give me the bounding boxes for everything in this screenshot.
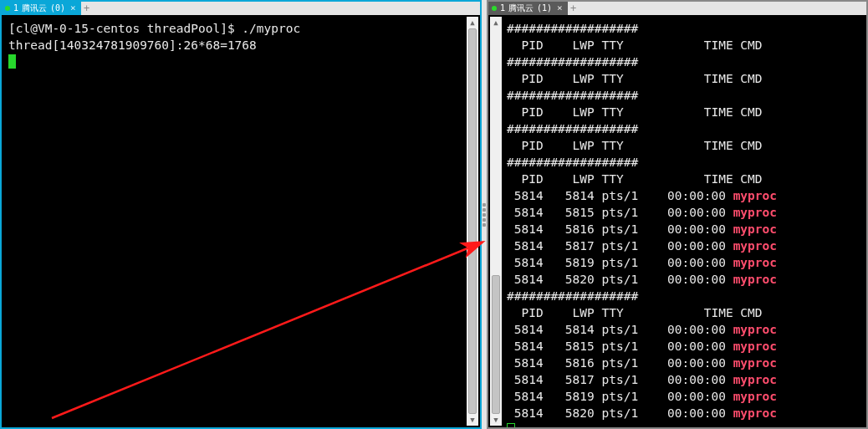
- pane-left: 1 腾讯云 (0) × + [cl@VM-0-15-centos threadP…: [0, 0, 482, 429]
- scroll-thumb-right[interactable]: [492, 275, 500, 414]
- tab-left-1[interactable]: 1 腾讯云 (0) ×: [2, 2, 81, 15]
- process-cmd: myproc: [733, 239, 777, 253]
- process-row: 5814 5820 pts/1 00:00:00 myproc: [507, 271, 860, 288]
- ps-header: PID LWP TTY TIME CMD: [507, 171, 860, 187]
- scroll-down-icon[interactable]: ▼: [467, 414, 478, 426]
- process-row: 5814 5815 pts/1 00:00:00 myproc: [507, 338, 860, 355]
- tab-suffix: (1): [537, 2, 552, 15]
- process-cmd: myproc: [733, 390, 777, 403]
- process-cmd: myproc: [733, 373, 777, 386]
- scroll-down-icon[interactable]: ▼: [490, 414, 502, 426]
- process-cmd: myproc: [733, 256, 777, 269]
- process-cols: 5814 5815 pts/1 00:00:00: [507, 340, 733, 353]
- new-tab-button-left[interactable]: +: [81, 2, 93, 15]
- scroll-thumb-left[interactable]: [468, 28, 477, 414]
- process-row: 5814 5816 pts/1 00:00:00 myproc: [507, 221, 860, 237]
- scroll-up-icon[interactable]: ▲: [490, 17, 502, 28]
- process-cols: 5814 5820 pts/1 00:00:00: [507, 406, 733, 420]
- process-row: 5814 5817 pts/1 00:00:00 myproc: [507, 237, 860, 254]
- cursor-icon: [8, 54, 16, 69]
- tab-suffix: (0): [50, 2, 65, 15]
- app-root: 1 腾讯云 (0) × + [cl@VM-0-15-centos threadP…: [0, 0, 868, 429]
- process-cols: 5814 5815 pts/1 00:00:00: [507, 206, 733, 219]
- terminal-line: thread[140324781909760]:26*68=1768: [8, 37, 473, 54]
- terminal-line: [cl@VM-0-15-centos threadPool]$ ./myproc: [8, 20, 473, 37]
- terminal-cursor-line: [507, 421, 860, 427]
- ps-header: PID LWP TTY TIME CMD: [507, 304, 860, 321]
- process-cmd: myproc: [733, 189, 777, 202]
- terminal-right[interactable]: ################## PID LWP TTY TIME CMD#…: [488, 15, 866, 427]
- process-cols: 5814 5816 pts/1 00:00:00: [507, 222, 733, 236]
- process-cols: 5814 5816 pts/1 00:00:00: [507, 356, 733, 370]
- terminal-left[interactable]: [cl@VM-0-15-centos threadPool]$ ./myproc…: [2, 15, 480, 427]
- hash-divider: ##################: [507, 87, 860, 104]
- process-row: 5814 5814 pts/1 00:00:00 myproc: [507, 187, 860, 204]
- process-cmd: myproc: [733, 206, 777, 219]
- tab-title: 腾讯云: [22, 2, 47, 15]
- ps-header: PID LWP TTY TIME CMD: [507, 70, 860, 87]
- process-cols: 5814 5819 pts/1 00:00:00: [507, 390, 733, 403]
- cursor-outline-icon: [507, 423, 515, 427]
- process-cmd: myproc: [733, 323, 777, 336]
- hash-divider: ##################: [507, 288, 860, 304]
- tabbar-right: 1 腾讯云 (1) × +: [488, 2, 866, 15]
- new-tab-button-right[interactable]: +: [568, 2, 580, 15]
- process-row: 5814 5815 pts/1 00:00:00 myproc: [507, 204, 860, 221]
- hash-divider: ##################: [507, 20, 860, 37]
- process-row: 5814 5819 pts/1 00:00:00 myproc: [507, 388, 860, 405]
- status-dot-icon: [492, 6, 497, 11]
- status-dot-icon: [5, 6, 10, 11]
- scrollbar-right[interactable]: ▲ ▼: [490, 17, 502, 426]
- process-cmd: myproc: [733, 406, 777, 420]
- process-row: 5814 5816 pts/1 00:00:00 myproc: [507, 355, 860, 371]
- process-row: 5814 5814 pts/1 00:00:00 myproc: [507, 321, 860, 338]
- tab-title: 腾讯云: [508, 2, 534, 15]
- process-cols: 5814 5817 pts/1 00:00:00: [507, 373, 733, 386]
- process-cmd: myproc: [733, 273, 777, 286]
- hash-divider: ##################: [507, 120, 860, 137]
- process-cmd: myproc: [733, 222, 777, 236]
- process-row: 5814 5820 pts/1 00:00:00 myproc: [507, 405, 860, 421]
- process-cols: 5814 5814 pts/1 00:00:00: [507, 189, 733, 202]
- process-cols: 5814 5819 pts/1 00:00:00: [507, 256, 733, 269]
- scroll-track-right[interactable]: [491, 28, 501, 414]
- tabbar-left: 1 腾讯云 (0) × +: [2, 2, 480, 15]
- ps-header: PID LWP TTY TIME CMD: [507, 37, 860, 54]
- process-row: 5814 5817 pts/1 00:00:00 myproc: [507, 371, 860, 388]
- pane-right: 1 腾讯云 (1) × + ################## PID LWP…: [487, 0, 868, 429]
- ps-header: PID LWP TTY TIME CMD: [507, 137, 860, 154]
- tab-index: 1: [13, 2, 18, 15]
- scrollbar-left[interactable]: ▲ ▼: [467, 17, 478, 426]
- splitter-grip-icon: [483, 203, 486, 227]
- ps-header: PID LWP TTY TIME CMD: [507, 104, 860, 120]
- process-cols: 5814 5814 pts/1 00:00:00: [507, 323, 733, 336]
- process-cols: 5814 5817 pts/1 00:00:00: [507, 239, 733, 253]
- tab-index: 1: [500, 2, 505, 15]
- tab-right-1[interactable]: 1 腾讯云 (1) ×: [488, 2, 568, 15]
- terminal-cursor-line: [8, 54, 473, 70]
- process-cols: 5814 5820 pts/1 00:00:00: [507, 273, 733, 286]
- scroll-up-icon[interactable]: ▲: [467, 17, 478, 28]
- process-row: 5814 5819 pts/1 00:00:00 myproc: [507, 254, 860, 271]
- process-cmd: myproc: [733, 340, 777, 353]
- scroll-track-left[interactable]: [467, 28, 477, 414]
- close-icon[interactable]: ×: [70, 2, 76, 15]
- close-icon[interactable]: ×: [557, 2, 563, 15]
- process-cmd: myproc: [733, 356, 777, 370]
- hash-divider: ##################: [507, 54, 860, 70]
- hash-divider: ##################: [507, 154, 860, 171]
